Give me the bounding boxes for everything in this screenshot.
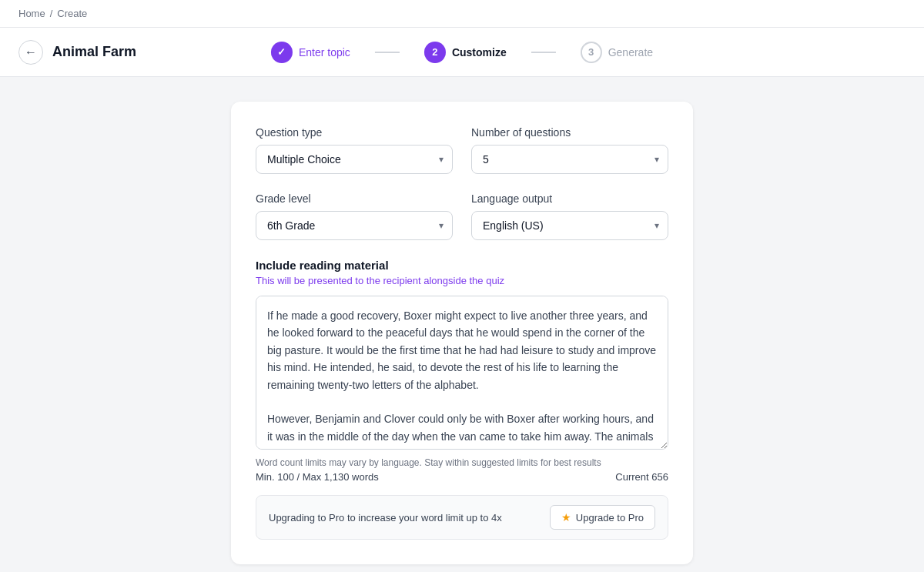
page-title: Animal Farm (52, 44, 136, 60)
reading-material-title: Include reading material (256, 259, 668, 272)
num-questions-select-wrapper: 1234 5678 910 ▾ (471, 145, 668, 174)
grade-level-select-wrapper: 1st Grade2nd Grade3rd Grade 4th Grade5th… (256, 211, 453, 240)
star-icon: ★ (561, 511, 571, 523)
reading-material-subtitle: This will be presented to the recipient … (256, 275, 668, 286)
question-type-label: Question type (256, 126, 453, 139)
form-row-2: Grade level 1st Grade2nd Grade3rd Grade … (256, 192, 668, 240)
breadcrumb-bar: Home / Create (0, 0, 924, 28)
word-count-current: Current 656 (615, 471, 668, 483)
step-2-circle: 2 (424, 42, 446, 63)
language-select[interactable]: English (US) English (UK) Spanish French… (471, 211, 668, 240)
form-group-grade-level: Grade level 1st Grade2nd Grade3rd Grade … (256, 192, 453, 240)
step-3-label: Generate (608, 46, 653, 59)
form-group-language: Language output English (US) English (UK… (471, 192, 668, 240)
breadcrumb-create: Create (57, 8, 87, 19)
form-row-1: Question type Multiple Choice True/False… (256, 126, 668, 174)
breadcrumb-separator: / (50, 8, 53, 19)
step-1-circle: ✓ (271, 42, 293, 63)
step-1-label: Enter topic (299, 46, 350, 59)
word-count-hint: Word count limits may vary by language. … (256, 457, 668, 468)
steps-nav: ✓ Enter topic 2 Customize 3 Generate (271, 42, 653, 63)
step-3-circle: 3 (581, 42, 602, 63)
upgrade-banner: Upgrading to Pro to increase your word l… (256, 495, 668, 540)
form-card: Question type Multiple Choice True/False… (231, 102, 693, 564)
grade-level-label: Grade level (256, 192, 453, 205)
step-generate: 3 Generate (581, 42, 653, 63)
language-select-wrapper: English (US) English (UK) Spanish French… (471, 211, 668, 240)
word-count-row: Min. 100 / Max 1,130 words Current 656 (256, 471, 668, 483)
language-output-label: Language output (471, 192, 668, 205)
form-group-question-type: Question type Multiple Choice True/False… (256, 126, 453, 174)
question-type-select-wrapper: Multiple Choice True/False Short Answer … (256, 145, 453, 174)
reading-material-section: Include reading material This will be pr… (256, 259, 668, 483)
question-type-select[interactable]: Multiple Choice True/False Short Answer … (256, 145, 453, 174)
form-group-num-questions: Number of questions 1234 5678 910 ▾ (471, 126, 668, 174)
step-enter-topic: ✓ Enter topic (271, 42, 350, 63)
upgrade-text: Upgrading to Pro to increase your word l… (269, 512, 502, 523)
grade-level-select[interactable]: 1st Grade2nd Grade3rd Grade 4th Grade5th… (256, 211, 453, 240)
header-bar: ← Animal Farm ✓ Enter topic 2 Customize … (0, 28, 924, 77)
breadcrumb-home[interactable]: Home (18, 8, 45, 19)
word-count-min-max: Min. 100 / Max 1,130 words (256, 471, 379, 483)
num-questions-label: Number of questions (471, 126, 668, 139)
upgrade-button[interactable]: ★ Upgrade to Pro (550, 505, 655, 530)
step-customize: 2 Customize (424, 42, 507, 63)
step-connector-2 (531, 52, 556, 53)
step-2-label: Customize (452, 46, 507, 59)
num-questions-select[interactable]: 1234 5678 910 (471, 145, 668, 174)
reading-material-textarea[interactable]: If he made a good recovery, Boxer might … (256, 296, 668, 450)
upgrade-button-label: Upgrade to Pro (576, 512, 644, 523)
main-content: Question type Multiple Choice True/False… (0, 77, 924, 572)
back-button[interactable]: ← (18, 40, 43, 65)
step-connector-1 (375, 52, 400, 53)
